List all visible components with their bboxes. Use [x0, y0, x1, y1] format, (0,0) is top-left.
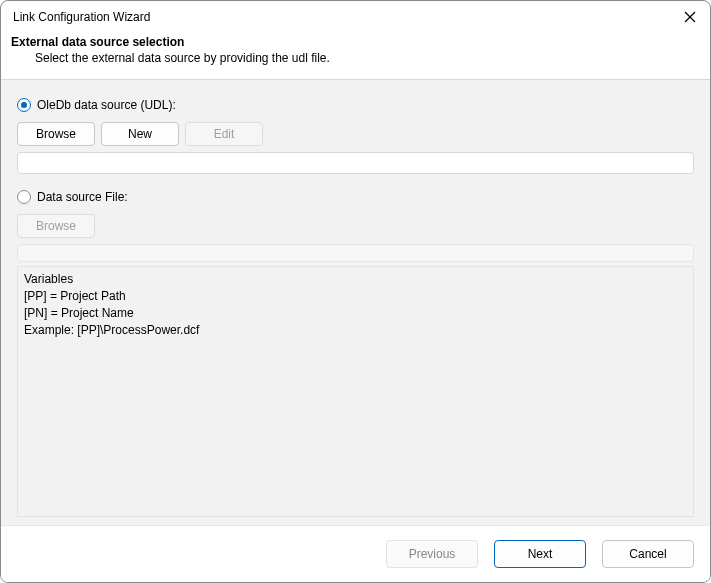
wizard-window: Link Configuration Wizard External data …	[0, 0, 711, 583]
udl-path-input[interactable]	[17, 152, 694, 174]
udl-button-group: Browse New Edit	[17, 122, 694, 146]
wizard-body: OleDb data source (UDL): Browse New Edit…	[1, 80, 710, 525]
wizard-footer: Previous Next Cancel	[1, 525, 710, 582]
page-title: External data source selection	[11, 35, 694, 49]
udl-edit-button: Edit	[185, 122, 263, 146]
page-subtitle: Select the external data source by provi…	[11, 51, 694, 65]
file-browse-button: Browse	[17, 214, 95, 238]
radio-file-label: Data source File:	[37, 190, 128, 204]
next-button[interactable]: Next	[494, 540, 586, 568]
variables-heading: Variables	[24, 271, 687, 288]
udl-browse-button[interactable]: Browse	[17, 122, 95, 146]
file-button-group: Browse	[17, 214, 694, 238]
option-file-row: Data source File:	[17, 190, 694, 204]
close-icon	[684, 11, 696, 23]
radio-udl-label: OleDb data source (UDL):	[37, 98, 176, 112]
variables-line-pn: [PN] = Project Name	[24, 305, 687, 322]
previous-button[interactable]: Previous	[386, 540, 478, 568]
cancel-button[interactable]: Cancel	[602, 540, 694, 568]
variables-line-example: Example: [PP]\ProcessPower.dcf	[24, 322, 687, 339]
close-button[interactable]	[682, 9, 698, 25]
variables-panel: Variables [PP] = Project Path [PN] = Pro…	[17, 266, 694, 517]
udl-new-button[interactable]: New	[101, 122, 179, 146]
option-udl-row: OleDb data source (UDL):	[17, 98, 694, 112]
wizard-header: External data source selection Select th…	[1, 29, 710, 80]
radio-file[interactable]	[17, 190, 31, 204]
window-title: Link Configuration Wizard	[13, 10, 150, 24]
file-path-input	[17, 244, 694, 262]
title-bar: Link Configuration Wizard	[1, 1, 710, 29]
variables-line-pp: [PP] = Project Path	[24, 288, 687, 305]
radio-udl[interactable]	[17, 98, 31, 112]
